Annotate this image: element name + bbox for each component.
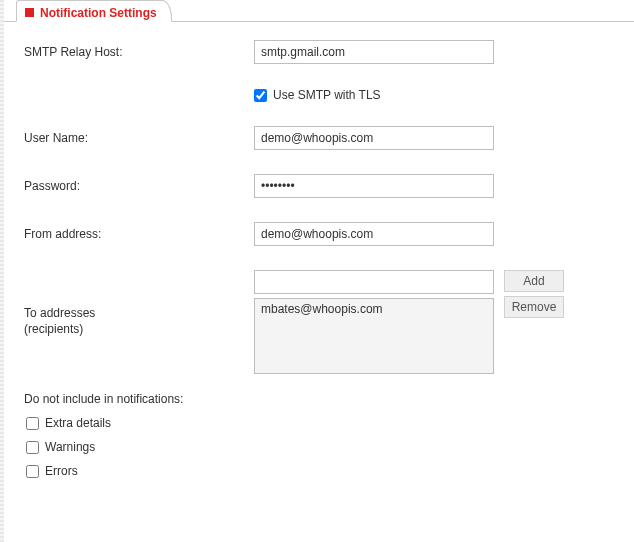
recipient-entry-input[interactable] — [254, 270, 494, 294]
exclude-option-label: Warnings — [45, 440, 95, 454]
exclude-option[interactable]: Extra details — [26, 416, 614, 430]
exclude-checkbox[interactable] — [26, 441, 39, 454]
recipients-listbox[interactable]: mbates@whoopis.com — [254, 298, 494, 374]
exclude-checkbox[interactable] — [26, 417, 39, 430]
tab-title: Notification Settings — [40, 6, 157, 20]
password-input[interactable] — [254, 174, 494, 198]
remove-button[interactable]: Remove — [504, 296, 564, 318]
exclude-option[interactable]: Errors — [26, 464, 614, 478]
left-edge-decoration — [0, 0, 4, 542]
settings-panel: SMTP Relay Host: Use SMTP with TLS User … — [4, 22, 634, 498]
tls-label: Use SMTP with TLS — [273, 88, 381, 102]
exclude-section: Do not include in notifications: Extra d… — [24, 392, 614, 478]
from-address-input[interactable] — [254, 222, 494, 246]
exclude-section-title: Do not include in notifications: — [24, 392, 614, 406]
tls-checkbox[interactable] — [254, 89, 267, 102]
exclude-option-label: Errors — [45, 464, 78, 478]
password-label: Password: — [24, 179, 254, 193]
tls-checkbox-row[interactable]: Use SMTP with TLS — [254, 88, 614, 102]
tab-notification-settings[interactable]: Notification Settings — [16, 0, 172, 22]
exclude-checkbox[interactable] — [26, 465, 39, 478]
from-address-label: From address: — [24, 227, 254, 241]
username-input[interactable] — [254, 126, 494, 150]
tab-strip: Notification Settings — [4, 0, 634, 22]
tab-indicator-icon — [25, 8, 34, 17]
exclude-option[interactable]: Warnings — [26, 440, 614, 454]
smtp-host-input[interactable] — [254, 40, 494, 64]
username-label: User Name: — [24, 131, 254, 145]
add-button[interactable]: Add — [504, 270, 564, 292]
smtp-host-label: SMTP Relay Host: — [24, 45, 254, 59]
exclude-option-label: Extra details — [45, 416, 111, 430]
recipient-item[interactable]: mbates@whoopis.com — [259, 301, 489, 317]
recipients-label: To addresses (recipients) — [24, 270, 254, 337]
